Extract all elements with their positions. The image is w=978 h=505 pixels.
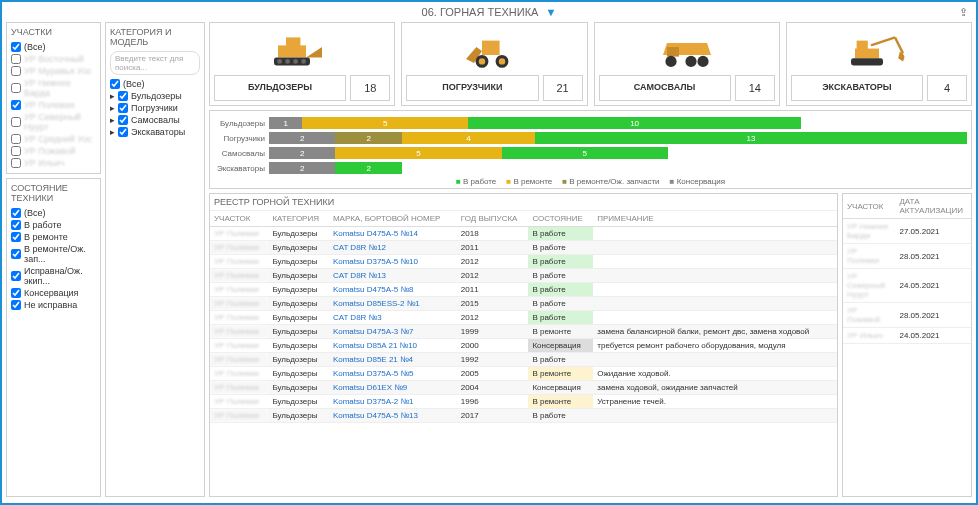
checkbox[interactable] bbox=[11, 100, 21, 110]
filter-item[interactable]: Не исправна bbox=[11, 299, 96, 311]
col-uchastok[interactable]: УЧАСТОК bbox=[843, 194, 895, 219]
table-row[interactable]: УР ПолеваяБульдозерыKomatsu D475A-3 №719… bbox=[210, 325, 837, 339]
table-row[interactable]: УР ПолеваяБульдозерыKomatsu D375A-5 №102… bbox=[210, 255, 837, 269]
filter-item[interactable]: ▸Экскаваторы bbox=[110, 126, 200, 138]
cell-model-link[interactable]: CAT D8R №12 bbox=[329, 241, 457, 255]
category-search-input[interactable]: Введите текст для поиска... bbox=[110, 51, 200, 75]
table-row[interactable]: УР ПолеваяБульдозерыKomatsu D475A-5 №820… bbox=[210, 283, 837, 297]
filter-icon[interactable]: ▼ bbox=[546, 6, 557, 18]
checkbox[interactable] bbox=[11, 220, 21, 230]
cell-model-link[interactable]: Komatsu D85A 21 №10 bbox=[329, 339, 457, 353]
table-row[interactable]: УР Полевая28.05.2021 bbox=[843, 244, 971, 269]
category-card[interactable]: ПОГРУЗЧИКИ21 bbox=[401, 22, 587, 106]
table-row[interactable]: УР Северный Нуурт24.05.2021 bbox=[843, 269, 971, 303]
chart-segment[interactable]: 2 bbox=[335, 162, 401, 174]
cell-model-link[interactable]: Komatsu D85ESS-2 №1 bbox=[329, 297, 457, 311]
filter-item[interactable]: (Все) bbox=[11, 41, 96, 53]
cell-model-link[interactable]: Komatsu D85E 21 №4 bbox=[329, 353, 457, 367]
checkbox[interactable] bbox=[11, 271, 21, 281]
checkbox[interactable] bbox=[11, 232, 21, 242]
cell-model-link[interactable]: CAT D8R №3 bbox=[329, 311, 457, 325]
filter-item[interactable]: УР Ильич bbox=[11, 157, 96, 169]
chart-segment[interactable]: 2 bbox=[269, 162, 335, 174]
checkbox[interactable] bbox=[118, 103, 128, 113]
chart-segment[interactable]: 13 bbox=[535, 132, 967, 144]
column-header[interactable]: СОСТОЯНИЕ bbox=[528, 211, 593, 227]
checkbox[interactable] bbox=[11, 249, 21, 259]
table-row[interactable]: УР ПолеваяБульдозерыKomatsu D375A-2 №119… bbox=[210, 395, 837, 409]
filter-item[interactable]: УР Нижнее Барда bbox=[11, 77, 96, 99]
category-card[interactable]: БУЛЬДОЗЕРЫ18 bbox=[209, 22, 395, 106]
column-header[interactable]: ГОД ВЫПУСКА bbox=[457, 211, 529, 227]
column-header[interactable]: КАТЕГОРИЯ bbox=[268, 211, 328, 227]
filter-item[interactable]: В ремонте bbox=[11, 231, 96, 243]
checkbox[interactable] bbox=[11, 300, 21, 310]
filter-item[interactable]: Исправна/Ож. экип... bbox=[11, 265, 96, 287]
chart-segment[interactable]: 5 bbox=[502, 147, 668, 159]
checkbox[interactable] bbox=[110, 79, 120, 89]
filter-item[interactable]: (Все) bbox=[11, 207, 96, 219]
filter-item[interactable]: Консервация bbox=[11, 287, 96, 299]
checkbox[interactable] bbox=[11, 288, 21, 298]
chart-segment[interactable]: 2 bbox=[269, 147, 335, 159]
table-row[interactable]: УР ПолеваяБульдозерыKomatsu D475A-5 №132… bbox=[210, 409, 837, 423]
table-row[interactable]: УР Ильич24.05.2021 bbox=[843, 328, 971, 344]
chart-segment[interactable]: 2 bbox=[269, 132, 335, 144]
chart-segment[interactable]: 1 bbox=[269, 117, 302, 129]
table-row[interactable]: УР Нижнее Барда27.05.2021 bbox=[843, 219, 971, 244]
col-date[interactable]: ДАТА АКТУАЛИЗАЦИИ bbox=[895, 194, 971, 219]
cell-model-link[interactable]: Komatsu D475A-5 №13 bbox=[329, 409, 457, 423]
category-card[interactable]: САМОСВАЛЫ14 bbox=[594, 22, 780, 106]
table-row[interactable]: УР ПолеваяБульдозерыKomatsu D475A-5 №142… bbox=[210, 227, 837, 241]
table-row[interactable]: УР ПолеваяБульдозерыKomatsu D85E 21 №419… bbox=[210, 353, 837, 367]
cell-model-link[interactable]: Komatsu D475A-5 №8 bbox=[329, 283, 457, 297]
share-icon[interactable]: ⇪ bbox=[959, 6, 968, 19]
filter-item[interactable]: УР Восточный bbox=[11, 53, 96, 65]
table-row[interactable]: УР ПолеваяБульдозерыCAT D8R №132012В раб… bbox=[210, 269, 837, 283]
checkbox[interactable] bbox=[118, 127, 128, 137]
checkbox[interactable] bbox=[118, 115, 128, 125]
table-row[interactable]: УР ПолеваяБульдозерыKomatsu D375A-5 №520… bbox=[210, 367, 837, 381]
filter-item[interactable]: УР Пожавой bbox=[11, 145, 96, 157]
cell-model-link[interactable]: CAT D8R №13 bbox=[329, 269, 457, 283]
expand-icon[interactable]: ▸ bbox=[110, 115, 115, 125]
column-header[interactable]: МАРКА, БОРТОВОЙ НОМЕР bbox=[329, 211, 457, 227]
cell-model-link[interactable]: Komatsu D375A-2 №1 bbox=[329, 395, 457, 409]
category-card[interactable]: ЭКСКАВАТОРЫ4 bbox=[786, 22, 972, 106]
filter-item[interactable]: УР Муравья Уос bbox=[11, 65, 96, 77]
table-row[interactable]: УР Пожавой28.05.2021 bbox=[843, 303, 971, 328]
cell-model-link[interactable]: Komatsu D61EX №9 bbox=[329, 381, 457, 395]
chart-segment[interactable]: 5 bbox=[302, 117, 468, 129]
filter-item[interactable]: УР Средний Уос bbox=[11, 133, 96, 145]
filter-item[interactable]: УР Северный Нуурт bbox=[11, 111, 96, 133]
table-row[interactable]: УР ПолеваяБульдозерыCAT D8R №32012В рабо… bbox=[210, 311, 837, 325]
filter-item[interactable]: В ремонте/Ож. зап... bbox=[11, 243, 96, 265]
checkbox[interactable] bbox=[11, 66, 21, 76]
table-row[interactable]: УР ПолеваяБульдозерыCAT D8R №122011В раб… bbox=[210, 241, 837, 255]
chart-segment[interactable]: 10 bbox=[468, 117, 800, 129]
checkbox[interactable] bbox=[11, 83, 21, 93]
checkbox[interactable] bbox=[11, 42, 21, 52]
expand-icon[interactable]: ▸ bbox=[110, 127, 115, 137]
checkbox[interactable] bbox=[118, 91, 128, 101]
filter-item[interactable]: ▸Погрузчики bbox=[110, 102, 200, 114]
table-row[interactable]: УР ПолеваяБульдозерыKomatsu D85A 21 №102… bbox=[210, 339, 837, 353]
filter-item[interactable]: (Все) bbox=[110, 78, 200, 90]
filter-item[interactable]: ▸Самосвалы bbox=[110, 114, 200, 126]
table-row[interactable]: УР ПолеваяБульдозерыKomatsu D85ESS-2 №12… bbox=[210, 297, 837, 311]
cell-model-link[interactable]: Komatsu D475A-5 №14 bbox=[329, 227, 457, 241]
checkbox[interactable] bbox=[11, 134, 21, 144]
chart-segment[interactable]: 5 bbox=[335, 147, 501, 159]
checkbox[interactable] bbox=[11, 54, 21, 64]
cell-model-link[interactable]: Komatsu D475A-3 №7 bbox=[329, 325, 457, 339]
column-header[interactable]: УЧАСТОК bbox=[210, 211, 268, 227]
filter-item[interactable]: ▸Бульдозеры bbox=[110, 90, 200, 102]
filter-item[interactable]: УР Полевая bbox=[11, 99, 96, 111]
checkbox[interactable] bbox=[11, 158, 21, 168]
expand-icon[interactable]: ▸ bbox=[110, 91, 115, 101]
cell-model-link[interactable]: Komatsu D375A-5 №10 bbox=[329, 255, 457, 269]
table-row[interactable]: УР ПолеваяБульдозерыKomatsu D61EX №92004… bbox=[210, 381, 837, 395]
checkbox[interactable] bbox=[11, 117, 21, 127]
cell-model-link[interactable]: Komatsu D375A-5 №5 bbox=[329, 367, 457, 381]
chart-segment[interactable]: 2 bbox=[335, 132, 401, 144]
